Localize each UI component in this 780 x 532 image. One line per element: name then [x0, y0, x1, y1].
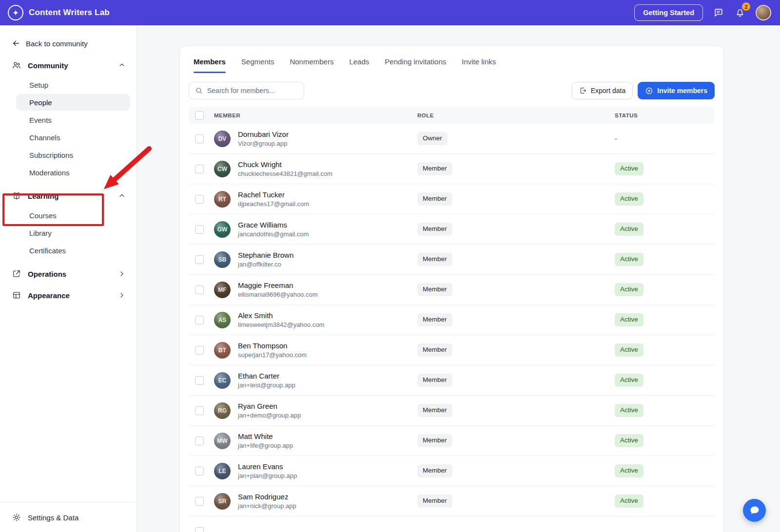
- sidebar-item-channels[interactable]: Channels: [16, 129, 130, 146]
- member-name: Rachel Tucker: [238, 190, 309, 199]
- search-box[interactable]: [189, 82, 304, 99]
- avatar: CW: [214, 161, 231, 177]
- table-row[interactable]: MF Maggie Freeman ellismania9696@yahoo.c…: [189, 275, 715, 305]
- avatar: SR: [214, 493, 231, 510]
- sidebar-item-moderations[interactable]: Moderations: [16, 164, 130, 181]
- row-checkbox[interactable]: [195, 346, 204, 355]
- row-checkbox[interactable]: [195, 437, 204, 445]
- member-email: jan+nick@group.app: [238, 502, 296, 510]
- sidebar-item-courses[interactable]: Courses: [16, 207, 130, 224]
- topbar: ✦ Content Writers Lab Getting Started 2: [0, 0, 780, 25]
- learning-icon: [12, 191, 21, 201]
- member-email: chuckiechesse43821@gmail.com: [238, 170, 332, 177]
- table-row[interactable]: BT Ben Thompson superjan17@yahoo.com Mem…: [189, 335, 715, 365]
- member-email: jan+demo@group.app: [238, 412, 301, 419]
- status-badge: Active: [615, 253, 644, 266]
- row-checkbox[interactable]: [195, 134, 204, 143]
- table-row[interactable]: RT Rachel Tucker djpeaches17@gmail.com M…: [189, 184, 715, 214]
- status-badge: Active: [615, 162, 644, 175]
- main-content: MembersSegmentsNonmembersLeadsPending in…: [137, 25, 780, 532]
- row-checkbox[interactable]: [195, 316, 204, 324]
- back-arrow-icon: [12, 39, 20, 48]
- avatar: MF: [214, 282, 231, 298]
- status-badge: Active: [615, 283, 644, 296]
- back-to-community-link[interactable]: Back to community: [12, 39, 125, 48]
- sidebar-item-people[interactable]: People: [16, 94, 130, 111]
- select-all-checkbox[interactable]: [195, 111, 204, 120]
- row-checkbox[interactable]: [195, 497, 204, 506]
- role-badge: Member: [417, 253, 452, 266]
- search-input[interactable]: [207, 87, 298, 95]
- tab-members[interactable]: Members: [194, 57, 226, 73]
- sidebar-section-learning[interactable]: Learning: [0, 185, 136, 207]
- table-row[interactable]: MW Matt White jan+life@group.app Member …: [189, 426, 715, 456]
- status-badge: Active: [615, 434, 644, 447]
- table-row[interactable]: RG Ryan Green jan+demo@group.app Member …: [189, 396, 715, 426]
- table-row[interactable]: EC Ethan Carter jan+test@group.app Membe…: [189, 365, 715, 396]
- avatar: EC: [214, 372, 231, 389]
- row-checkbox[interactable]: [195, 285, 204, 294]
- row-checkbox[interactable]: [195, 467, 204, 475]
- app-logo-icon: ✦: [8, 5, 23, 20]
- row-checkbox[interactable]: [195, 376, 204, 385]
- sidebar-item-certificates[interactable]: Certificates: [16, 242, 130, 259]
- tab-invite-links[interactable]: Invite links: [462, 57, 496, 73]
- plus-circle-icon: [645, 87, 653, 95]
- gear-icon: [12, 513, 21, 522]
- table-row[interactable]: AS Alex Smith limesweetjm3842@yahoo.com …: [189, 305, 715, 335]
- table-row[interactable]: DV Dornubari Vizor Vizor@group.app Owner…: [189, 124, 715, 154]
- notifications-bell-icon[interactable]: 2: [734, 7, 746, 19]
- role-badge: Member: [417, 192, 452, 206]
- getting-started-button[interactable]: Getting Started: [634, 4, 703, 21]
- tab-segments[interactable]: Segments: [241, 57, 274, 73]
- appearance-icon: [12, 290, 21, 300]
- export-data-button[interactable]: Export data: [572, 82, 633, 99]
- role-badge: Member: [417, 313, 452, 326]
- invite-members-button[interactable]: Invite members: [638, 82, 715, 99]
- member-email: limesweetjm3842@yahoo.com: [238, 321, 324, 328]
- row-checkbox[interactable]: [195, 527, 204, 532]
- messages-icon[interactable]: [713, 7, 724, 19]
- table-row[interactable]: SR Sam Rodriguez jan+nick@group.app Memb…: [189, 486, 715, 516]
- row-checkbox[interactable]: [195, 255, 204, 264]
- member-email: djpeaches17@gmail.com: [238, 200, 309, 208]
- tab-nonmembers[interactable]: Nonmembers: [290, 57, 333, 73]
- member-name: Matt White: [238, 432, 293, 440]
- avatar: RG: [214, 402, 231, 419]
- chat-launcher-button[interactable]: [743, 499, 766, 522]
- chat-bubble-icon: [749, 505, 760, 516]
- community-title: Content Writers Lab: [29, 8, 110, 18]
- sidebar-item-setup[interactable]: Setup: [16, 76, 130, 93]
- export-icon: [579, 87, 587, 95]
- row-checkbox[interactable]: [195, 406, 204, 415]
- settings-and-data-link[interactable]: Settings & Data: [0, 502, 136, 532]
- status-badge: Active: [615, 343, 644, 357]
- sidebar: Back to community Community Setup People…: [0, 25, 137, 532]
- role-badge: Member: [417, 494, 452, 508]
- row-checkbox[interactable]: [195, 195, 204, 204]
- user-avatar[interactable]: [756, 5, 771, 20]
- sidebar-item-subscriptions[interactable]: Subscriptions: [16, 147, 130, 163]
- sidebar-section-appearance[interactable]: Appearance: [0, 285, 136, 306]
- sidebar-section-operations[interactable]: Operations: [0, 263, 136, 285]
- status-badge: -: [615, 135, 617, 143]
- row-checkbox[interactable]: [195, 225, 204, 234]
- tab-pending-invitations[interactable]: Pending invitations: [385, 57, 446, 73]
- role-badge: Member: [417, 374, 452, 387]
- member-email: jan@offkilter.co: [238, 261, 293, 268]
- chevron-right-icon: [118, 291, 126, 299]
- member-email: ellismania9696@yahoo.com: [238, 291, 318, 298]
- sidebar-item-library[interactable]: Library: [16, 225, 130, 241]
- toolbar: Export data Invite members: [189, 82, 715, 99]
- tab-leads[interactable]: Leads: [349, 57, 369, 73]
- status-badge: Active: [615, 374, 644, 387]
- row-checkbox[interactable]: [195, 165, 204, 173]
- table-row[interactable]: GW Grace Williams jancandothis@gmail.com…: [189, 214, 715, 245]
- table-row[interactable]: CW Chuck Wright chuckiechesse43821@gmail…: [189, 154, 715, 184]
- sidebar-section-community[interactable]: Community: [0, 55, 136, 76]
- sidebar-item-events[interactable]: Events: [16, 112, 130, 128]
- role-badge: Member: [417, 343, 452, 357]
- operations-icon: [12, 269, 21, 279]
- table-row[interactable]: LE Lauren Evans jan+plan@group.app Membe…: [189, 456, 715, 486]
- table-row[interactable]: SB Stephanie Brown jan@offkilter.co Memb…: [189, 245, 715, 275]
